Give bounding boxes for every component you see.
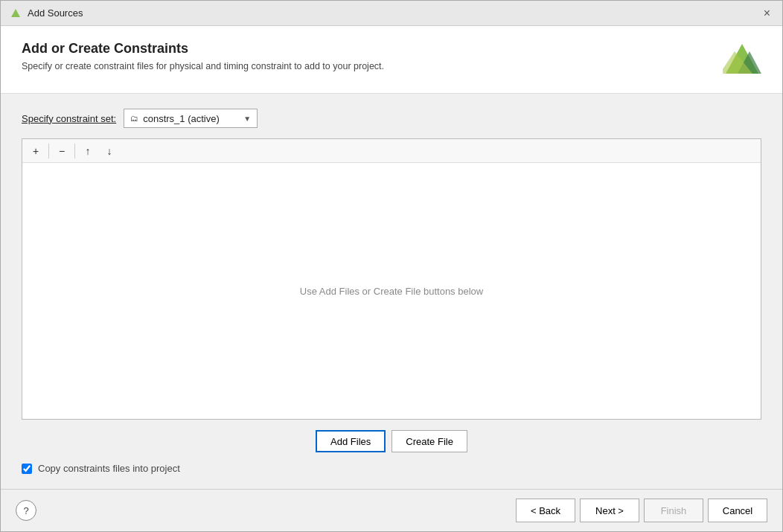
copy-constraints-checkbox[interactable] bbox=[22, 464, 32, 474]
back-button[interactable]: < Back bbox=[516, 499, 575, 522]
page-title: Add or Create Constraints bbox=[22, 41, 384, 57]
up-arrow-icon: ↑ bbox=[86, 145, 91, 157]
action-buttons-row: Add Files Create File bbox=[22, 430, 761, 452]
minus-icon: − bbox=[59, 145, 65, 157]
footer-left: ? bbox=[16, 500, 36, 521]
checkbox-row: Copy constraints files into project bbox=[22, 463, 761, 474]
add-files-button[interactable]: Add Files bbox=[316, 430, 386, 452]
close-button[interactable]: × bbox=[761, 6, 773, 21]
page-description: Specify or create constraint files for p… bbox=[22, 61, 384, 71]
create-file-button[interactable]: Create File bbox=[392, 430, 467, 452]
title-bar-text: Add Sources bbox=[28, 7, 83, 19]
header-text: Add or Create Constraints Specify or cre… bbox=[22, 41, 384, 71]
title-bar: Add Sources × bbox=[1, 1, 782, 26]
toolbar: + − ↑ ↓ bbox=[22, 139, 761, 163]
add-file-button[interactable]: + bbox=[25, 141, 46, 161]
file-list-area: Use Add Files or Create File buttons bel… bbox=[22, 163, 761, 419]
copy-constraints-label: Copy constraints files into project bbox=[38, 463, 180, 474]
help-button[interactable]: ? bbox=[16, 500, 36, 521]
file-list-container: + − ↑ ↓ Use Add Files or Create File but… bbox=[22, 138, 761, 420]
empty-hint: Use Add Files or Create File buttons bel… bbox=[300, 286, 483, 297]
toolbar-divider-1 bbox=[48, 144, 49, 158]
header-section: Add or Create Constraints Specify or cre… bbox=[1, 26, 782, 94]
footer-right: < Back Next > Finish Cancel bbox=[516, 499, 767, 522]
remove-file-button[interactable]: − bbox=[51, 141, 72, 161]
add-sources-dialog: Add Sources × Add or Create Constraints … bbox=[0, 0, 783, 532]
folder-icon: 🗂 bbox=[130, 114, 138, 123]
cancel-button[interactable]: Cancel bbox=[708, 499, 767, 522]
vivado-logo bbox=[723, 41, 761, 80]
move-down-button[interactable]: ↓ bbox=[99, 141, 120, 161]
title-bar-left: Add Sources bbox=[10, 7, 83, 19]
down-arrow-icon: ↓ bbox=[107, 145, 112, 157]
app-icon bbox=[10, 7, 22, 19]
finish-button[interactable]: Finish bbox=[644, 499, 703, 522]
constraint-set-row: Specify constraint set: 🗂 constrs_1 (act… bbox=[22, 109, 761, 128]
chevron-down-icon: ▼ bbox=[243, 115, 251, 123]
plus-icon: + bbox=[33, 145, 39, 157]
constraint-set-dropdown[interactable]: 🗂 constrs_1 (active) ▼ bbox=[124, 109, 258, 128]
footer-section: ? < Back Next > Finish Cancel bbox=[1, 489, 782, 531]
next-button[interactable]: Next > bbox=[580, 499, 639, 522]
toolbar-divider-2 bbox=[74, 144, 75, 158]
constraint-set-value: constrs_1 (active) bbox=[143, 113, 239, 124]
content-section: Specify constraint set: 🗂 constrs_1 (act… bbox=[1, 94, 782, 489]
svg-marker-0 bbox=[11, 9, 20, 17]
move-up-button[interactable]: ↑ bbox=[77, 141, 98, 161]
constraint-set-label: Specify constraint set: bbox=[22, 113, 116, 124]
